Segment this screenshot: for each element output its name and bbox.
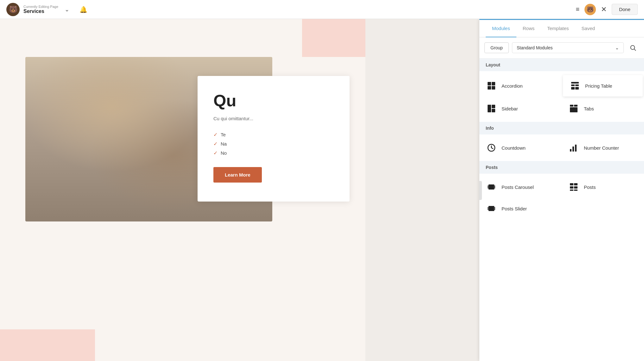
svg-rect-26 bbox=[570, 183, 573, 185]
module-type-select[interactable]: Standard Modules ⌄ bbox=[512, 42, 624, 53]
svg-rect-23 bbox=[489, 184, 494, 190]
tabs-icon bbox=[568, 103, 579, 114]
module-item-number-counter[interactable]: Number Counter bbox=[562, 137, 644, 159]
number-counter-label: Number Counter bbox=[584, 145, 619, 151]
close-icon[interactable]: ✕ bbox=[601, 5, 607, 14]
svg-rect-9 bbox=[571, 87, 575, 90]
posts-icon bbox=[568, 181, 579, 193]
svg-rect-20 bbox=[570, 149, 571, 152]
tab-templates[interactable]: Templates bbox=[541, 20, 575, 37]
hero-section: Qu Cu qui omittantur... ✓ Te ✓ Na ✓ No L… bbox=[0, 19, 365, 361]
module-item-posts-slider[interactable]: Posts Slider bbox=[479, 198, 562, 219]
panel-resize-handle[interactable] bbox=[479, 181, 482, 200]
countdown-icon bbox=[486, 142, 497, 153]
tab-rows[interactable]: Rows bbox=[516, 20, 541, 37]
checklist-item: ✓ Te bbox=[213, 130, 334, 139]
cta-button[interactable]: Learn More bbox=[213, 167, 262, 183]
svg-rect-22 bbox=[575, 145, 577, 152]
check-icon: ✓ bbox=[213, 141, 218, 147]
section-header-info: Info bbox=[479, 122, 644, 134]
info-modules-grid: Countdown Number Counter bbox=[479, 134, 644, 161]
search-button[interactable] bbox=[627, 42, 639, 54]
svg-rect-33 bbox=[488, 207, 489, 210]
module-item-accordion[interactable]: Accordion bbox=[479, 74, 562, 98]
posts-carousel-icon bbox=[486, 181, 497, 193]
svg-rect-21 bbox=[572, 146, 574, 152]
pricing-table-icon bbox=[569, 80, 581, 91]
svg-rect-28 bbox=[570, 186, 573, 189]
notification-bell-icon[interactable]: 🔔 bbox=[79, 6, 87, 13]
panel-tabs: Modules Rows Templates Saved bbox=[479, 20, 644, 37]
tab-saved[interactable]: Saved bbox=[575, 20, 602, 37]
svg-rect-30 bbox=[570, 190, 573, 191]
module-item-countdown[interactable]: Countdown bbox=[479, 137, 562, 159]
currently-editing-label: Currently Editing Page bbox=[23, 5, 58, 9]
svg-rect-2 bbox=[488, 82, 491, 85]
svg-rect-11 bbox=[488, 105, 491, 112]
svg-line-19 bbox=[491, 148, 493, 149]
posts-slider-icon bbox=[486, 203, 497, 214]
svg-point-0 bbox=[631, 46, 635, 50]
check-icon: ✓ bbox=[213, 150, 218, 156]
countdown-label: Countdown bbox=[502, 145, 526, 151]
module-item-sidebar[interactable]: Sidebar bbox=[479, 98, 562, 119]
tab-modules[interactable]: Modules bbox=[486, 20, 516, 37]
content-overlay: Qu Cu qui omittantur... ✓ Te ✓ Na ✓ No L… bbox=[198, 76, 350, 202]
svg-line-1 bbox=[634, 49, 636, 51]
module-item-tabs[interactable]: Tabs bbox=[562, 98, 644, 119]
module-item-posts[interactable]: Posts bbox=[562, 176, 644, 198]
svg-rect-31 bbox=[574, 190, 578, 191]
content-description: Cu qui omittantur... bbox=[213, 115, 334, 122]
pricing-table-label: Pricing Table bbox=[585, 83, 612, 89]
logo-icon: 🐻 bbox=[6, 3, 20, 16]
pink-accent-top bbox=[302, 19, 365, 57]
svg-rect-32 bbox=[489, 206, 494, 211]
posts-slider-label: Posts Slider bbox=[502, 206, 527, 211]
svg-rect-4 bbox=[488, 86, 491, 90]
page-canvas: Qu Cu qui omittantur... ✓ Te ✓ Na ✓ No L… bbox=[0, 19, 365, 361]
search-icon bbox=[629, 44, 636, 51]
posts-carousel-label: Posts Carousel bbox=[502, 184, 534, 190]
svg-rect-10 bbox=[575, 87, 579, 90]
page-name: Services bbox=[23, 9, 58, 14]
svg-rect-24 bbox=[488, 185, 489, 189]
sidebar-icon bbox=[486, 103, 497, 114]
select-chevron-icon: ⌄ bbox=[615, 45, 619, 50]
number-counter-icon bbox=[568, 142, 579, 153]
list-icon[interactable]: ≡ bbox=[576, 6, 579, 13]
filter-row: Group Standard Modules ⌄ bbox=[479, 37, 644, 59]
modules-panel: Modules Rows Templates Saved Group Stand… bbox=[479, 19, 644, 361]
page-dropdown-arrow[interactable]: ⌄ bbox=[65, 6, 69, 13]
topbar: 🐻 Currently Editing Page Services ⌄ 🔔 ≡ … bbox=[0, 0, 644, 19]
section-header-layout: Layout bbox=[479, 59, 644, 71]
checklist-item: ✓ Na bbox=[213, 139, 334, 148]
tabs-label: Tabs bbox=[584, 106, 594, 111]
svg-rect-16 bbox=[570, 107, 578, 112]
sidebar-label: Sidebar bbox=[502, 106, 518, 111]
svg-rect-5 bbox=[492, 86, 495, 90]
svg-rect-6 bbox=[571, 82, 579, 84]
svg-rect-7 bbox=[571, 84, 575, 86]
pink-accent-bottom bbox=[0, 329, 95, 361]
topbar-left: 🐻 Currently Editing Page Services ⌄ 🔔 bbox=[6, 3, 87, 16]
modules-list: Layout Accordion bbox=[479, 59, 644, 361]
module-item-pricing-table[interactable]: Pricing Table bbox=[563, 75, 643, 96]
page-info: Currently Editing Page Services bbox=[23, 5, 58, 14]
svg-rect-14 bbox=[570, 105, 573, 107]
svg-rect-34 bbox=[494, 207, 495, 210]
content-title: Qu bbox=[213, 92, 334, 110]
group-button[interactable]: Group bbox=[484, 42, 509, 53]
svg-rect-12 bbox=[492, 105, 495, 108]
avatar-icon[interactable]: 🐻 bbox=[584, 4, 596, 15]
posts-label: Posts bbox=[584, 184, 596, 190]
checklist: ✓ Te ✓ Na ✓ No bbox=[213, 130, 334, 158]
layout-modules-grid: Accordion Pricing Table bbox=[479, 71, 644, 122]
accordion-icon bbox=[486, 80, 497, 91]
svg-rect-15 bbox=[574, 105, 578, 107]
done-button[interactable]: Done bbox=[612, 4, 638, 15]
section-header-posts: Posts bbox=[479, 161, 644, 174]
accordion-label: Accordion bbox=[502, 83, 523, 89]
module-item-posts-carousel[interactable]: Posts Carousel bbox=[479, 176, 562, 198]
svg-rect-8 bbox=[575, 84, 579, 86]
svg-rect-27 bbox=[574, 183, 578, 185]
